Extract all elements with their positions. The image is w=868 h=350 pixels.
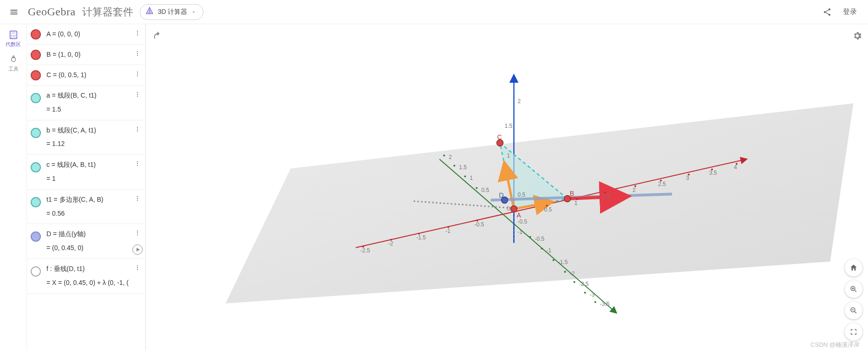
svg-text:-1.5: -1.5 [416,234,426,241]
calculator-mode-dropdown[interactable]: 3D 计算器 [140,4,204,20]
svg-point-68 [736,163,737,165]
svg-point-86 [541,248,543,250]
svg-point-48 [418,233,420,235]
svg-point-30 [137,161,138,162]
svg-text:1.5: 1.5 [459,164,467,171]
row-menu-button[interactable] [132,89,143,99]
visibility-toggle[interactable] [31,266,41,277]
algebra-row-C[interactable]: C = (0, 0.5, 1) [27,65,145,86]
svg-point-32 [137,165,138,166]
svg-point-17 [137,34,138,35]
row-menu-button[interactable] [132,48,143,59]
svg-line-103 [855,311,856,313]
row-menu-button[interactable] [132,193,143,204]
graphics-view-3d[interactable]: A B C D -2.5-2-1.5-1-0.50.511.522.533.54… [146,24,868,350]
svg-point-23 [137,75,138,76]
svg-text:-1: -1 [518,229,523,235]
zoom-in-button[interactable] [845,280,862,298]
svg-point-44 [362,246,364,248]
main-area: 代数区 工具 A = (0, 0, 0)B = (1, 0, 0)C = (0,… [0,24,868,350]
svg-point-82 [564,271,566,273]
svg-point-88 [529,236,531,238]
svg-text:0: 0 [507,205,510,212]
algebra-row-t1[interactable]: t1 = 多边形(C, A, B)= 0.56 [27,190,145,225]
svg-point-54 [546,205,548,207]
svg-point-27 [137,126,138,127]
algebra-expression[interactable]: t1 = 多边形(C, A, B)= 0.56 [46,194,144,219]
svg-point-26 [137,96,138,97]
algebra-row-D[interactable]: D = 描点(y轴)= (0, 0.45, 0) [27,224,145,259]
svg-point-66 [711,168,713,170]
label-A: A [517,211,522,219]
svg-text:2.5: 2.5 [658,181,666,187]
visibility-toggle[interactable] [31,50,41,60]
algebra-expression[interactable]: a = 线段(B, C, t1)= 1.5 [46,90,144,115]
row-menu-button[interactable] [132,28,143,38]
algebra-expression[interactable]: B = (1, 0, 0) [46,49,144,60]
row-menu-button[interactable] [132,69,143,79]
login-link[interactable]: 登录 [843,7,857,16]
svg-text:-0.5: -0.5 [518,218,528,225]
point-A[interactable] [511,206,517,212]
algebra-expression[interactable]: c = 线段(A, B, t1)= 1 [46,159,144,185]
algebra-row-f[interactable]: f : 垂线(D, t1)= X = (0, 0.45, 0) + λ (0, … [27,259,145,294]
svg-point-37 [137,232,138,233]
algebra-expression[interactable]: D = 描点(y轴)= (0, 0.45, 0) [46,229,144,254]
algebra-panel[interactable]: A = (0, 0, 0)B = (1, 0, 0)C = (0, 0.5, 1… [27,24,146,350]
fullscreen-button[interactable] [845,323,862,341]
visibility-toggle[interactable] [31,29,41,40]
svg-text:0.5: 0.5 [481,187,489,193]
svg-text:0.5: 0.5 [544,206,552,213]
algebra-row-c[interactable]: c = 线段(A, B, t1)= 1 [27,155,145,190]
logo[interactable]: GeoGebra [28,6,76,18]
rail-tools-label: 工具 [8,66,19,73]
svg-point-22 [137,73,138,74]
algebra-row-B[interactable]: B = (1, 0, 0) [27,45,145,65]
svg-point-28 [137,128,138,129]
algebra-expression[interactable]: A = (0, 0, 0) [46,29,144,40]
hamburger-menu[interactable] [5,3,23,21]
play-button[interactable] [132,244,143,255]
algebra-expression[interactable]: b = 线段(C, A, t1)= 1.12 [46,125,144,150]
rail-tools[interactable]: 工具 [8,54,19,73]
svg-point-29 [137,131,138,132]
svg-point-64 [688,173,690,175]
share-icon[interactable] [818,3,836,21]
visibility-toggle[interactable] [31,162,41,172]
svg-point-62 [660,179,662,181]
algebra-expression[interactable]: C = (0, 0.5, 1) [46,70,144,81]
visibility-toggle[interactable] [31,70,41,80]
svg-text:-2.5: -2.5 [579,281,589,287]
svg-marker-14 [12,56,15,58]
svg-text:-2: -2 [570,271,575,277]
svg-point-84 [553,259,555,261]
svg-point-15 [137,31,138,32]
svg-point-31 [137,163,138,164]
svg-point-7 [11,35,12,36]
svg-point-96 [443,154,445,156]
visibility-toggle[interactable] [31,93,41,103]
svg-point-46 [390,239,392,241]
svg-point-16 [137,33,138,33]
rail-algebra[interactable]: 代数区 [6,30,21,48]
row-menu-button[interactable] [132,263,143,273]
row-menu-button[interactable] [132,124,143,134]
view-controls [845,259,862,341]
svg-text:2: 2 [633,187,636,193]
svg-point-21 [137,72,138,73]
algebra-row-b[interactable]: b = 线段(C, A, t1)= 1.12 [27,120,145,155]
home-view-button[interactable] [845,259,862,277]
visibility-toggle[interactable] [31,128,41,138]
algebra-row-A[interactable]: A = (0, 0, 0) [27,24,145,45]
svg-text:-2.5: -2.5 [360,247,370,254]
svg-text:-3.5: -3.5 [600,301,610,307]
zoom-out-button[interactable] [845,302,862,319]
svg-text:1.5: 1.5 [602,193,610,200]
visibility-toggle[interactable] [31,231,41,242]
visibility-toggle[interactable] [31,197,41,207]
algebra-row-a[interactable]: a = 线段(B, C, t1)= 1.5 [27,86,145,120]
svg-point-33 [137,196,138,197]
algebra-expression[interactable]: f : 垂线(D, t1)= X = (0, 0.45, 0) + λ (0, … [46,264,144,289]
svg-point-18 [137,51,138,52]
svg-point-2 [829,8,830,10]
